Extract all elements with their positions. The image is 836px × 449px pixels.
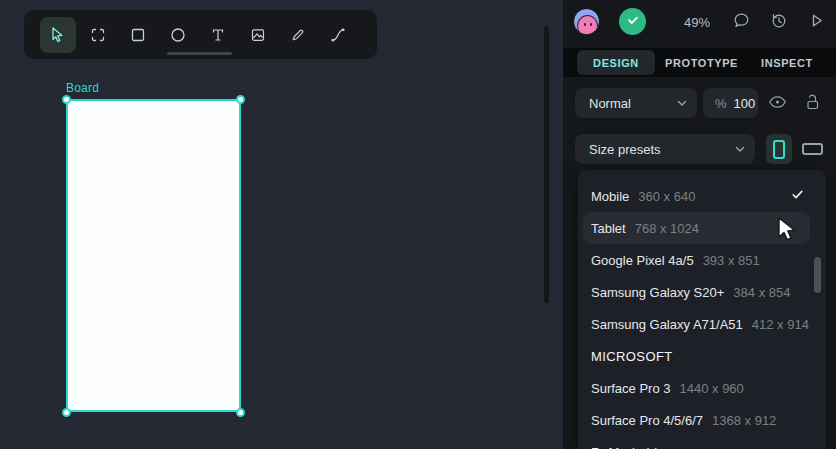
eye-icon — [768, 95, 787, 113]
opacity-input[interactable]: % 100 — [703, 88, 758, 118]
play-button[interactable] — [806, 12, 827, 33]
preset-option[interactable]: Samsung Galaxy A71/A51 412 x 914 — [583, 308, 810, 340]
preset-dims: 412 x 914 — [752, 317, 809, 332]
text-tool-button[interactable] — [200, 17, 236, 53]
preset-name: Surface Pro 3 — [591, 381, 671, 396]
history-button[interactable] — [768, 12, 789, 33]
preset-option[interactable]: Tablet 768 x 1024 — [583, 212, 810, 244]
preset-option[interactable]: ReMarkable — [583, 436, 810, 449]
preset-name: ReMarkable — [591, 445, 665, 449]
resize-handle-top-left[interactable] — [62, 95, 71, 104]
preset-name: Surface Pro 4/5/6/7 — [591, 413, 703, 428]
landscape-icon — [802, 143, 823, 155]
dropdown-scrollbar-thumb[interactable] — [814, 257, 821, 293]
chevron-down-icon — [677, 100, 687, 107]
visibility-toggle[interactable] — [768, 94, 787, 113]
board-tool-button[interactable] — [80, 17, 116, 53]
cursor-icon — [49, 26, 67, 44]
resize-handle-bottom-right[interactable] — [236, 408, 245, 417]
canvas-viewport[interactable]: Board — [0, 0, 563, 449]
path-curve-icon — [329, 26, 347, 44]
toolbar-drag-handle[interactable] — [167, 52, 232, 55]
right-sidebar: 49% — [563, 0, 836, 449]
zoom-level[interactable]: 49% — [684, 15, 718, 30]
size-presets-dropdown: Mobile 360 x 640 Tablet 768 x 1024 Googl… — [578, 170, 826, 449]
preset-list: Mobile 360 x 640 Tablet 768 x 1024 Googl… — [578, 180, 826, 449]
preset-name: Google Pixel 4a/5 — [591, 253, 694, 268]
preset-dims: 360 x 640 — [638, 189, 695, 204]
preset-option[interactable]: Samsung Galaxy S20+ 384 x 854 — [583, 276, 810, 308]
saved-status-button[interactable] — [619, 8, 646, 35]
avatar-illustration — [577, 15, 598, 35]
tab-prototype[interactable]: PROTOTYPE — [665, 50, 738, 75]
unlock-icon — [804, 93, 821, 115]
preset-option[interactable]: Surface Pro 4/5/6/7 1368 x 912 — [583, 404, 810, 436]
size-presets-select[interactable]: Size presets — [575, 134, 755, 164]
size-presets-label: Size presets — [589, 142, 661, 157]
preset-dims: 384 x 854 — [733, 285, 790, 300]
preset-name: Samsung Galaxy S20+ — [591, 285, 724, 300]
panel-tab-bar: DESIGN PROTOTYPE INSPECT — [563, 48, 836, 77]
comment-bubble-icon — [732, 11, 751, 34]
board-frame[interactable] — [66, 99, 241, 412]
preset-option[interactable]: Google Pixel 4a/5 393 x 851 — [583, 244, 810, 276]
tab-inspect[interactable]: INSPECT — [761, 50, 813, 75]
chevron-down-icon — [735, 146, 745, 153]
preset-dims: 1440 x 960 — [680, 381, 744, 396]
orientation-landscape-button[interactable] — [796, 134, 828, 164]
resize-handle-top-right[interactable] — [236, 95, 245, 104]
play-icon — [807, 11, 826, 34]
pencil-icon — [289, 26, 307, 44]
lock-toggle[interactable] — [803, 94, 822, 113]
preset-name: Samsung Galaxy A71/A51 — [591, 317, 743, 332]
preset-dims: 1368 x 912 — [712, 413, 776, 428]
canvas-vertical-scrollbar[interactable] — [544, 26, 549, 303]
text-icon — [209, 26, 227, 44]
resize-handle-bottom-left[interactable] — [62, 408, 71, 417]
panel-header: 49% — [563, 0, 836, 46]
preset-option[interactable]: Surface Pro 3 1440 x 960 — [583, 372, 810, 404]
preset-dims: 393 x 851 — [703, 253, 760, 268]
history-clock-icon — [769, 11, 788, 34]
user-avatar[interactable] — [573, 8, 600, 35]
tab-design[interactable]: DESIGN — [577, 50, 655, 75]
app-window: Board 49% — [0, 0, 836, 449]
ellipse-tool-button[interactable] — [160, 17, 196, 53]
blend-mode-select[interactable]: Normal — [575, 88, 697, 118]
preset-name: Mobile — [591, 189, 629, 204]
opacity-value: 100 — [734, 96, 756, 111]
board-label[interactable]: Board — [66, 81, 99, 95]
portrait-icon — [773, 140, 785, 159]
preset-name: MICROSOFT — [591, 349, 673, 364]
board-icon — [89, 26, 107, 44]
preset-option[interactable]: Mobile 360 x 640 — [583, 180, 810, 212]
image-icon — [249, 26, 267, 44]
move-tool-button[interactable] — [40, 17, 76, 53]
ellipse-icon — [169, 26, 187, 44]
check-icon — [791, 188, 804, 201]
image-tool-button[interactable] — [240, 17, 276, 53]
check-circle-icon — [626, 13, 640, 31]
blend-mode-value: Normal — [589, 96, 631, 111]
preset-option[interactable]: MICROSOFT — [583, 340, 810, 372]
rectangle-tool-button[interactable] — [120, 17, 156, 53]
preset-dims: 768 x 1024 — [635, 221, 699, 236]
preset-name: Tablet — [591, 221, 626, 236]
orientation-portrait-button[interactable] — [766, 134, 792, 164]
comments-button[interactable] — [731, 12, 752, 33]
pencil-tool-button[interactable] — [280, 17, 316, 53]
path-tool-button[interactable] — [320, 17, 356, 53]
percent-symbol: % — [715, 96, 727, 111]
rectangle-icon — [129, 26, 147, 44]
